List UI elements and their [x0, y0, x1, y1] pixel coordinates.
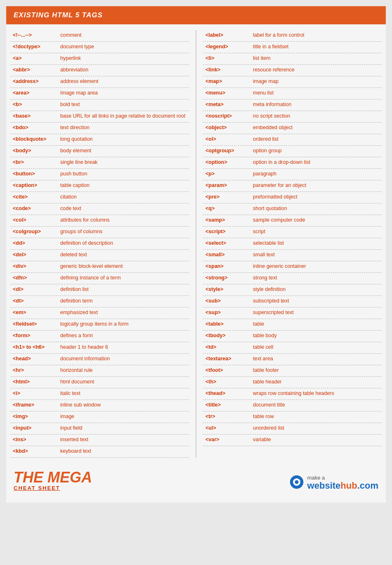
tag-description: label for a form control	[253, 32, 379, 38]
tag-name: <menu>	[205, 90, 253, 96]
tag-row: <h1> to <h6>header 1 to header 6	[10, 342, 189, 354]
tag-row: <b>bold text	[10, 99, 189, 111]
tag-name: <q>	[205, 206, 253, 211]
tag-name: <div>	[13, 263, 60, 269]
tag-description: document title	[253, 402, 379, 408]
page-header: EXISTING HTML 5 TAGS	[6, 6, 386, 24]
tag-name: <param>	[205, 182, 253, 188]
footer-logo	[289, 475, 304, 491]
tag-description: logically group items in a form	[60, 321, 187, 327]
tag-name: <option>	[205, 159, 253, 165]
tag-description: defining instance of a term	[60, 275, 187, 281]
logo-icon	[289, 475, 304, 489]
tag-name: <area>	[13, 90, 60, 96]
tag-description: header 1 to header 6	[60, 344, 187, 350]
tag-row: <object>embedded object	[203, 123, 382, 134]
tag-name: <a>	[13, 55, 60, 61]
tag-description: table	[253, 321, 379, 327]
tag-name: <iframe>	[13, 402, 60, 408]
tag-name: <td>	[205, 344, 253, 350]
tag-row: <sup>superscripted text	[203, 307, 382, 319]
tag-name: <body>	[13, 148, 60, 154]
tag-name: <dl>	[13, 286, 60, 292]
tag-row: <title>document title	[203, 400, 382, 411]
tag-row: <param>parameter for an object	[203, 180, 382, 192]
tag-description: horizontal rule	[60, 367, 187, 373]
tag-name: <br>	[13, 159, 60, 165]
tag-description: long quotation	[60, 136, 187, 142]
tag-name: <kbd>	[13, 448, 60, 454]
tag-description: list item	[253, 55, 379, 61]
tag-description: resouce reference	[253, 67, 379, 73]
tag-row: <body>body element	[10, 146, 189, 157]
tag-row: <ol>ordered list	[203, 134, 382, 146]
tag-name: <ins>	[13, 437, 60, 442]
tag-row: <div>generic block-level element	[10, 261, 189, 273]
tag-name: <b>	[13, 102, 60, 107]
tag-row: <dd>definition of description	[10, 238, 189, 250]
tag-row: <samp>sample computer code	[203, 215, 382, 227]
tag-name: <del>	[13, 252, 60, 258]
footer-website: websitehub.com	[307, 481, 378, 491]
left-column: <!--...-->comment<!doctype>document type…	[10, 30, 189, 458]
tag-row: <span>inline generic container	[203, 261, 382, 273]
tag-row: <!--...-->comment	[10, 30, 189, 42]
tag-name: <html>	[13, 379, 60, 385]
tag-row: <col>attributes for columns	[10, 215, 189, 227]
right-column: <label>label for a form control<legend>t…	[203, 30, 382, 458]
tag-description: menu list	[253, 90, 379, 96]
footer-make-a: make a	[307, 475, 378, 481]
tag-description: parameter for an object	[253, 182, 379, 188]
svg-point-2	[295, 480, 298, 484]
tag-name: <fieldset>	[13, 321, 60, 327]
tag-row: <img>image	[10, 411, 189, 423]
tag-description: definition of description	[60, 240, 187, 246]
tag-description: base URL for all links in page relative …	[60, 113, 187, 119]
tag-description: script	[253, 229, 379, 234]
tag-row: <a>hyperlink	[10, 53, 189, 65]
tag-description: table caption	[60, 182, 187, 188]
column-divider	[196, 30, 196, 458]
tag-description: no script section	[253, 113, 379, 119]
tag-row: <td>table cell	[203, 342, 382, 354]
tag-name: <legend>	[205, 44, 253, 50]
tag-description: abbreviation	[60, 67, 187, 73]
tag-description: embedded object	[253, 125, 379, 130]
tag-description: push button	[60, 171, 187, 177]
tag-row: <caption>table caption	[10, 180, 189, 192]
tag-description: document type	[60, 44, 187, 50]
tag-description: meta information	[253, 102, 379, 107]
tag-row: <tfoot>table footer	[203, 365, 382, 377]
tag-description: emphasized text	[60, 310, 187, 315]
tag-name: <meta>	[205, 102, 253, 107]
tag-description: generic block-level element	[60, 263, 187, 269]
tag-name: <input>	[13, 425, 60, 431]
tag-name: <ol>	[205, 136, 253, 142]
tag-description: keyboard text	[60, 448, 187, 454]
tag-description: selectable list	[253, 240, 379, 246]
tag-row: <script>script	[203, 227, 382, 238]
tag-name: <dd>	[13, 240, 60, 246]
tag-row: <th>table header	[203, 377, 382, 388]
tag-description: image	[60, 414, 187, 419]
tag-row: <area>Image map area	[10, 88, 189, 99]
tag-name: <bdo>	[13, 125, 60, 130]
tag-description: subscripted text	[253, 298, 379, 304]
tag-description: table row	[253, 414, 379, 419]
tag-name: <var>	[205, 437, 253, 442]
tag-description: inline sub window	[60, 402, 187, 408]
tag-row: <dl>definition list	[10, 284, 189, 296]
tag-row: <menu>menu list	[203, 88, 382, 99]
tag-description: wraps row containing table headers	[253, 390, 379, 396]
tag-row: <dfn>defining instance of a term	[10, 273, 189, 284]
tag-name: <form>	[13, 333, 60, 338]
tag-name: <!--...-->	[13, 32, 60, 38]
tag-description: comment	[60, 32, 187, 38]
tag-name: <sup>	[205, 310, 253, 315]
tag-row: <br>single line break	[10, 157, 189, 169]
tag-name: <button>	[13, 171, 60, 177]
tag-name: <hr>	[13, 367, 60, 373]
tag-description: defines a form	[60, 333, 187, 338]
tag-name: <span>	[205, 263, 253, 269]
tag-description: variable	[253, 437, 379, 442]
